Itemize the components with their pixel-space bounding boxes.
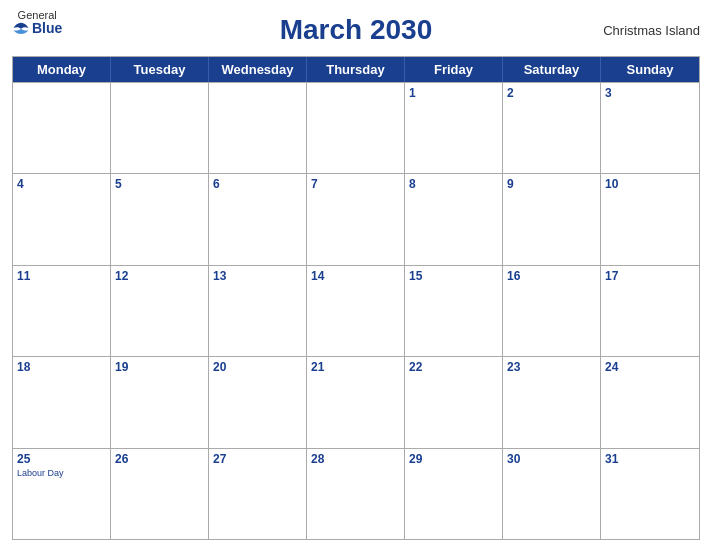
week-row-3: 11121314151617	[13, 265, 699, 356]
day-cell-5-7: 31	[601, 449, 699, 539]
week-row-5: 25Labour Day262728293031	[13, 448, 699, 539]
day-cell-5-6: 30	[503, 449, 601, 539]
header-tuesday: Tuesday	[111, 57, 209, 82]
day-number: 16	[507, 269, 596, 283]
day-cell-3-7: 17	[601, 266, 699, 356]
calendar-container: General Blue March 2030 Christmas Island…	[0, 0, 712, 550]
day-number: 29	[409, 452, 498, 466]
logo-bird-icon	[12, 21, 30, 35]
day-cell-4-7: 24	[601, 357, 699, 447]
day-number: 9	[507, 177, 596, 191]
header-saturday: Saturday	[503, 57, 601, 82]
day-number: 17	[605, 269, 695, 283]
region-label: Christmas Island	[603, 23, 700, 38]
day-cell-3-1: 11	[13, 266, 111, 356]
header-monday: Monday	[13, 57, 111, 82]
day-cell-3-4: 14	[307, 266, 405, 356]
day-number: 26	[115, 452, 204, 466]
day-cell-1-3	[209, 83, 307, 173]
day-number: 22	[409, 360, 498, 374]
day-cell-1-7: 3	[601, 83, 699, 173]
day-cell-2-2: 5	[111, 174, 209, 264]
week-row-2: 45678910	[13, 173, 699, 264]
day-cell-1-4	[307, 83, 405, 173]
day-number: 6	[213, 177, 302, 191]
day-cell-2-3: 6	[209, 174, 307, 264]
day-cell-3-2: 12	[111, 266, 209, 356]
day-number: 7	[311, 177, 400, 191]
day-cell-3-5: 15	[405, 266, 503, 356]
day-cell-3-6: 16	[503, 266, 601, 356]
day-number: 12	[115, 269, 204, 283]
calendar-header: General Blue March 2030 Christmas Island	[12, 10, 700, 50]
day-number: 2	[507, 86, 596, 100]
day-cell-1-5: 1	[405, 83, 503, 173]
logo-blue-text: Blue	[12, 21, 62, 35]
logo: General Blue	[12, 10, 62, 35]
day-cell-2-6: 9	[503, 174, 601, 264]
day-cell-5-2: 26	[111, 449, 209, 539]
day-number: 19	[115, 360, 204, 374]
day-headers-row: Monday Tuesday Wednesday Thursday Friday…	[13, 57, 699, 82]
calendar-title: March 2030	[280, 14, 433, 46]
header-sunday: Sunday	[601, 57, 699, 82]
day-cell-2-4: 7	[307, 174, 405, 264]
header-friday: Friday	[405, 57, 503, 82]
week-row-1: 123	[13, 82, 699, 173]
day-number: 31	[605, 452, 695, 466]
day-number: 21	[311, 360, 400, 374]
day-number: 14	[311, 269, 400, 283]
day-number: 15	[409, 269, 498, 283]
day-cell-3-3: 13	[209, 266, 307, 356]
day-cell-2-7: 10	[601, 174, 699, 264]
weeks-container: 1234567891011121314151617181920212223242…	[13, 82, 699, 539]
day-cell-4-2: 19	[111, 357, 209, 447]
day-number: 1	[409, 86, 498, 100]
day-cell-4-6: 23	[503, 357, 601, 447]
day-cell-5-5: 29	[405, 449, 503, 539]
day-cell-5-4: 28	[307, 449, 405, 539]
day-number: 13	[213, 269, 302, 283]
day-cell-1-6: 2	[503, 83, 601, 173]
day-cell-2-5: 8	[405, 174, 503, 264]
day-number: 10	[605, 177, 695, 191]
header-thursday: Thursday	[307, 57, 405, 82]
day-number: 8	[409, 177, 498, 191]
day-cell-1-1	[13, 83, 111, 173]
day-number: 30	[507, 452, 596, 466]
day-cell-4-4: 21	[307, 357, 405, 447]
day-number: 28	[311, 452, 400, 466]
holiday-label: Labour Day	[17, 468, 106, 479]
day-number: 23	[507, 360, 596, 374]
day-number: 11	[17, 269, 106, 283]
day-cell-1-2	[111, 83, 209, 173]
day-number: 3	[605, 86, 695, 100]
header-wednesday: Wednesday	[209, 57, 307, 82]
day-cell-4-1: 18	[13, 357, 111, 447]
week-row-4: 18192021222324	[13, 356, 699, 447]
day-number: 4	[17, 177, 106, 191]
day-cell-4-5: 22	[405, 357, 503, 447]
day-number: 25	[17, 452, 106, 466]
day-cell-4-3: 20	[209, 357, 307, 447]
day-number: 24	[605, 360, 695, 374]
calendar-grid: Monday Tuesday Wednesday Thursday Friday…	[12, 56, 700, 540]
day-number: 20	[213, 360, 302, 374]
day-number: 18	[17, 360, 106, 374]
day-cell-5-1: 25Labour Day	[13, 449, 111, 539]
day-number: 5	[115, 177, 204, 191]
day-cell-2-1: 4	[13, 174, 111, 264]
day-number: 27	[213, 452, 302, 466]
day-cell-5-3: 27	[209, 449, 307, 539]
